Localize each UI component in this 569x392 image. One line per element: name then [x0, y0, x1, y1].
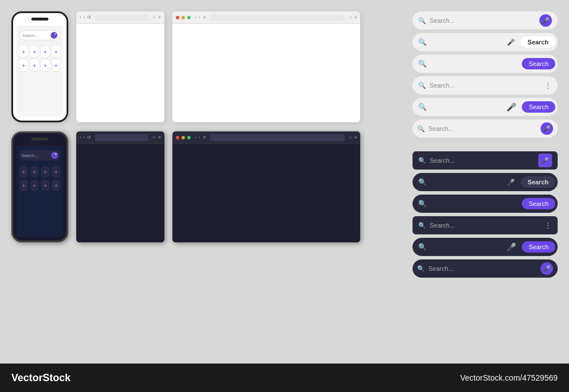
dark-search-button-2[interactable]: Search	[521, 176, 555, 188]
phone-inner-dark: Search... 🎤 + + + + + + + +	[17, 146, 63, 237]
phone-grid-dark: + + + + + + + +	[19, 166, 60, 191]
dark-search-icon-4: 🔍	[418, 222, 426, 229]
phone-search-bar-dark[interactable]: Search... 🎤	[19, 150, 60, 160]
browser-dark-sm: ‹ › ↺ ☆ ≡	[76, 131, 164, 242]
dark-mic-btn-6[interactable]: 🎤	[541, 262, 553, 275]
search-bar-6[interactable]: 🔍 Search... 🎤	[413, 119, 558, 138]
dark-search-bar-1[interactable]: 🔍 Search... 🎤	[413, 151, 558, 170]
browser-body-dark-lg	[172, 144, 360, 242]
browser-dot-yellow-dark	[182, 136, 185, 139]
phone-inner-light: Search... 🎤 + + + + + + + +	[17, 26, 63, 117]
search-button-5[interactable]: Search	[522, 101, 555, 113]
grid-item-dark[interactable]: +	[41, 180, 50, 191]
dark-mic-icon-5: 🎤	[506, 242, 516, 251]
dark-search-input-1: Search...	[430, 157, 535, 164]
footer: VectorStock VectorStock.com/47529569	[0, 364, 569, 392]
search-button-3[interactable]: Search	[522, 58, 555, 69]
search-button-2[interactable]: Search	[521, 36, 555, 48]
dark-search-bar-6[interactable]: 🔍 Search... 🎤	[413, 259, 558, 278]
phone-mic-btn-light[interactable]: 🎤	[51, 32, 57, 39]
browser-dot-yellow	[182, 16, 185, 19]
dark-search-button-3[interactable]: Search	[522, 198, 555, 209]
grid-item-dark[interactable]: +	[30, 166, 39, 178]
browser-toolbar-light: ‹ › ↺ ☆ ≡	[76, 11, 164, 24]
dark-search-bar-3[interactable]: 🔍 Search	[413, 195, 558, 213]
grid-item[interactable]: +	[41, 46, 50, 57]
dark-search-icon-5: 🔍	[418, 243, 427, 251]
light-row: Search... 🎤 + + + + + + + +	[11, 11, 403, 122]
footer-brand: VectorStock	[11, 372, 71, 384]
dark-search-bars: 🔍 Search... 🎤 🔍 🎤 Search 🔍 Search 🔍	[413, 151, 558, 278]
search-icon-3: 🔍	[418, 60, 427, 68]
grid-item[interactable]: +	[52, 46, 60, 57]
dark-search-button-5[interactable]: Search	[522, 241, 555, 253]
search-bar-2[interactable]: 🔍 🎤 Search	[413, 33, 558, 51]
dark-dots-icon-4: ⋮	[544, 221, 552, 230]
browser-dot-green	[187, 16, 191, 19]
search-text-6: Search...	[428, 125, 537, 132]
grid-item-dark[interactable]: +	[19, 166, 28, 178]
mic-icon-2: 🎤	[507, 39, 515, 46]
grid-item[interactable]: +	[52, 60, 60, 71]
grid-item-dark[interactable]: +	[41, 166, 50, 178]
mic-btn-1[interactable]: 🎤	[539, 14, 552, 27]
phone-mic-btn-dark[interactable]: 🎤	[51, 152, 58, 159]
footer-url: VectorStock.com/47529569	[460, 373, 558, 382]
grid-item-dark[interactable]: +	[19, 180, 28, 191]
grid-item-dark[interactable]: +	[52, 180, 60, 191]
phone-search-bar-light[interactable]: Search... 🎤	[19, 30, 60, 40]
dark-search-bar-2[interactable]: 🔍 🎤 Search	[413, 173, 558, 191]
browser-toolbar-dark-sm: ‹ › ↺ ☆ ≡	[76, 131, 164, 144]
grid-item[interactable]: +	[30, 46, 39, 57]
grid-item[interactable]: +	[19, 46, 28, 57]
browser-light-lg: ‹ › ↺ ☆ ≡	[172, 11, 360, 122]
search-input-1: Search...	[430, 17, 536, 24]
search-bar-4[interactable]: 🔍 Search... ⋮	[413, 76, 558, 94]
search-icon-1: 🔍	[418, 17, 426, 24]
mic-icon-1: 🎤	[542, 17, 550, 24]
browser-url-light[interactable]	[95, 14, 148, 21]
dark-search-icon-2: 🔍	[418, 178, 427, 186]
browser-dark-lg: ‹ › ↺ ☆ ≡	[172, 131, 360, 242]
browser-url-dark-sm[interactable]	[95, 134, 148, 141]
dark-mic-btn-1[interactable]: 🎤	[538, 154, 552, 167]
search-bar-5[interactable]: 🔍 🎤 Search	[413, 98, 558, 116]
grid-item-dark[interactable]: +	[52, 166, 60, 178]
dots-icon-4: ⋮	[544, 81, 552, 90]
grid-item[interactable]: +	[41, 60, 50, 71]
grid-item[interactable]: +	[19, 60, 28, 71]
dark-search-bar-4[interactable]: 🔍 Search... ⋮	[413, 216, 558, 234]
right-section: 🔍 Search... 🎤 🔍 🎤 Search 🔍 Search	[413, 11, 558, 352]
grid-item[interactable]: +	[30, 60, 39, 71]
mic-icon-5: 🎤	[506, 102, 516, 112]
dark-search-bar-5[interactable]: 🔍 🎤 Search	[413, 238, 558, 256]
search-icon-4: 🔍	[418, 82, 426, 89]
browser-dot-red	[176, 16, 179, 19]
light-search-bars: 🔍 Search... 🎤 🔍 🎤 Search 🔍 Search	[413, 11, 558, 138]
browser-toolbar-light-lg: ‹ › ↺ ☆ ≡	[172, 11, 360, 24]
phone-search-text-dark: Search...	[22, 154, 38, 158]
mic-icon-6: 🎤	[543, 125, 551, 133]
browser-body-dark-sm	[76, 144, 164, 242]
browser-body-light	[76, 24, 164, 122]
mic-btn-6[interactable]: 🎤	[541, 122, 553, 135]
browser-toolbar-dark-lg: ‹ › ↺ ☆ ≡	[172, 131, 360, 144]
search-bar-1[interactable]: 🔍 Search... 🎤	[413, 11, 558, 30]
dark-mic-icon-2: 🎤	[432, 179, 515, 186]
dark-search-icon-3: 🔍	[418, 200, 427, 208]
search-bar-3[interactable]: 🔍 Search	[413, 55, 558, 73]
browser-dot-green-dark	[187, 136, 191, 139]
dark-search-text-6: Search...	[428, 265, 537, 272]
phone-mic-icon-dark: 🎤	[52, 153, 57, 158]
dark-search-text-4: Search...	[430, 222, 541, 229]
search-icon-2: 🔍	[418, 38, 427, 46]
browser-url-dark-lg[interactable]	[210, 134, 345, 141]
browser-dot-red-dark	[176, 136, 179, 139]
browser-url-lg[interactable]	[210, 14, 345, 21]
dark-search-icon-1: 🔍	[418, 157, 426, 164]
grid-item-dark[interactable]: +	[30, 180, 39, 191]
phone-mic-icon-light: 🎤	[52, 33, 57, 38]
main-content: Search... 🎤 + + + + + + + +	[0, 0, 569, 364]
section-divider	[413, 142, 558, 147]
phone-grid-light: + + + + + + + +	[19, 46, 60, 71]
